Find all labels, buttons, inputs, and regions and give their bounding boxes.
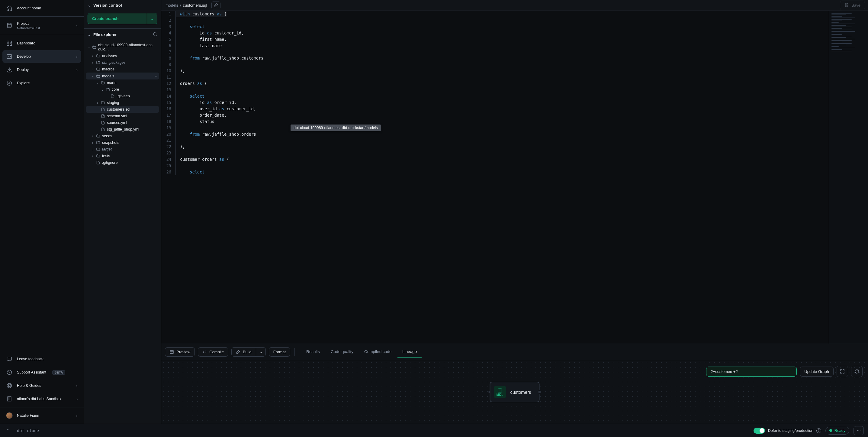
- line-number: 16: [161, 106, 176, 112]
- create-branch-dropdown[interactable]: ⌄: [147, 13, 157, 24]
- create-branch-button[interactable]: Create branch ⌄: [88, 13, 157, 24]
- tree-root[interactable]: ⌄ dbt-cloud-109989-nfianntest-dbt-quic…: [86, 42, 159, 53]
- minimap[interactable]: [829, 11, 868, 344]
- code-line[interactable]: 22),: [161, 144, 829, 150]
- code-line[interactable]: 20 from raw.jaffle_shop.orders: [161, 131, 829, 138]
- nav-develop[interactable]: Develop ›: [2, 50, 81, 63]
- tree-folder-models[interactable]: ⌄ models ⋯: [86, 72, 159, 80]
- tree-folder-seeds[interactable]: › seeds: [86, 133, 159, 139]
- nav-dashboard[interactable]: Dashboard: [2, 37, 81, 50]
- code-line[interactable]: 11: [161, 74, 829, 80]
- code-line[interactable]: 5 first_name,: [161, 36, 829, 42]
- tree-folder-tests[interactable]: › tests: [86, 153, 159, 159]
- code-line[interactable]: 24customer_orders as (: [161, 156, 829, 163]
- nav-leave-feedback[interactable]: Leave feedback: [2, 353, 81, 366]
- tree-folder-staging[interactable]: › staging: [86, 99, 159, 106]
- button-label: Preview: [176, 350, 190, 354]
- line-number: 2: [161, 17, 176, 24]
- tab-code-quality[interactable]: Code quality: [326, 346, 358, 357]
- save-label: Save: [851, 3, 861, 7]
- defer-toggle[interactable]: [753, 428, 765, 434]
- code-line[interactable]: 26 select: [161, 169, 829, 175]
- nav-deploy[interactable]: Deploy ›: [2, 63, 81, 76]
- expand-console-icon[interactable]: ⌃: [4, 427, 11, 434]
- format-button[interactable]: Format: [269, 347, 290, 357]
- lineage-node-customers[interactable]: MDL customers: [490, 382, 539, 402]
- tree-folder-snapshots[interactable]: › snapshots: [86, 139, 159, 146]
- nav-label: Support Assistant: [17, 370, 46, 374]
- update-graph-button[interactable]: Update Graph: [800, 367, 834, 377]
- tree-file-sources-yml[interactable]: sources.yml: [86, 119, 159, 126]
- tree-file-stg-jaffle-shop-yml[interactable]: stg_jaffle_shop.yml: [86, 126, 159, 133]
- code-line[interactable]: 18 status: [161, 118, 829, 125]
- code-line[interactable]: 1with customers as (: [161, 11, 829, 17]
- crumb-sep: /: [180, 3, 181, 7]
- tree-file-gitignore[interactable]: .gitignore: [86, 159, 159, 166]
- command-input[interactable]: [15, 426, 749, 436]
- code-line[interactable]: 23: [161, 150, 829, 156]
- tree-file-customers-sql[interactable]: customers.sql: [86, 106, 159, 113]
- build-split-button: Build ⌄: [231, 347, 266, 357]
- tree-file-schema-yml[interactable]: schema.yml: [86, 113, 159, 119]
- link-icon[interactable]: [211, 1, 220, 9]
- code-editor[interactable]: 1with customers as (2 3 select4 id as cu…: [161, 11, 868, 344]
- nav-explore[interactable]: Explore: [2, 77, 81, 89]
- more-icon[interactable]: ⋯: [854, 426, 864, 435]
- code-line[interactable]: 6 last_name: [161, 42, 829, 49]
- tree-folder-target[interactable]: › target: [86, 146, 159, 153]
- lineage-selector-input[interactable]: [706, 367, 797, 377]
- tab-compiled-code[interactable]: Compiled code: [360, 346, 396, 357]
- breadcrumb[interactable]: models / customers.sql: [164, 2, 210, 9]
- expand-icon[interactable]: [837, 366, 848, 377]
- code-line[interactable]: 7: [161, 49, 829, 55]
- code-line[interactable]: 17 order_date,: [161, 112, 829, 118]
- lineage-canvas[interactable]: MDL customers Update Graph: [161, 360, 868, 424]
- nav-support[interactable]: Support Assistant BETA: [2, 366, 81, 379]
- code-line[interactable]: 25: [161, 163, 829, 169]
- code-line[interactable]: 16 user_id as customer_id,: [161, 106, 829, 112]
- code-line[interactable]: 15 id as order_id,: [161, 99, 829, 106]
- code-line[interactable]: 19: [161, 125, 829, 131]
- tree-file-gitkeep[interactable]: .gitkeep: [86, 93, 159, 99]
- code-line[interactable]: 9: [161, 61, 829, 68]
- tree-folder-analyses[interactable]: › analyses: [86, 53, 159, 59]
- tree-folder-dbt-packages[interactable]: › dbt_packages: [86, 59, 159, 66]
- refresh-icon[interactable]: [851, 366, 863, 377]
- tree-folder-macros[interactable]: › macros: [86, 66, 159, 72]
- tab-lineage[interactable]: Lineage: [398, 346, 422, 357]
- line-number: 26: [161, 169, 176, 175]
- code-line[interactable]: 13: [161, 87, 829, 93]
- build-dropdown[interactable]: ⌄: [256, 347, 266, 357]
- code-line[interactable]: 21: [161, 137, 829, 144]
- search-icon[interactable]: [153, 32, 157, 37]
- code-line[interactable]: 12orders as (: [161, 80, 829, 87]
- nav-user[interactable]: Natalie Fiann ›: [2, 409, 81, 422]
- save-button[interactable]: Save: [840, 1, 865, 10]
- code-line[interactable]: 2: [161, 17, 829, 24]
- compile-button[interactable]: Compile: [198, 347, 228, 357]
- code-line[interactable]: 3 select: [161, 24, 829, 30]
- lineage-port-out[interactable]: [538, 390, 541, 394]
- code-line[interactable]: 4 id as customer_id,: [161, 30, 829, 36]
- help-icon[interactable]: ?: [816, 428, 821, 433]
- nav-sandbox[interactable]: nfiann's dbt Labs Sandbox ›: [2, 392, 81, 405]
- code-line[interactable]: 14 select: [161, 93, 829, 99]
- code-text: user_id as customer_id,: [176, 106, 256, 112]
- nav-label: Natalie Fiann: [17, 413, 39, 418]
- tree-folder-core[interactable]: ⌄ core: [86, 86, 159, 93]
- code-text: order_date,: [176, 112, 226, 118]
- preview-button[interactable]: Preview: [165, 347, 195, 357]
- code-text: from raw.jaffle_shop.customers: [176, 55, 264, 61]
- more-icon[interactable]: ⋯: [153, 74, 157, 78]
- code-line[interactable]: 8 from raw.jaffle_shop.customers: [161, 55, 829, 61]
- file-explorer-header[interactable]: ⌄ File explorer: [84, 29, 161, 40]
- build-button[interactable]: Build: [231, 347, 256, 357]
- code-line[interactable]: 10),: [161, 68, 829, 74]
- version-control-header[interactable]: ⌄ Version control: [84, 0, 161, 10]
- nav-account-home[interactable]: Account home: [2, 2, 81, 14]
- nav-project[interactable]: Project NatalieNewTest ›: [2, 19, 81, 33]
- nav-help[interactable]: Help & Guides ›: [2, 379, 81, 392]
- tab-results[interactable]: Results: [302, 346, 325, 357]
- tree-folder-marts[interactable]: ⌄ marts: [86, 80, 159, 86]
- model-badge: MDL: [494, 386, 506, 398]
